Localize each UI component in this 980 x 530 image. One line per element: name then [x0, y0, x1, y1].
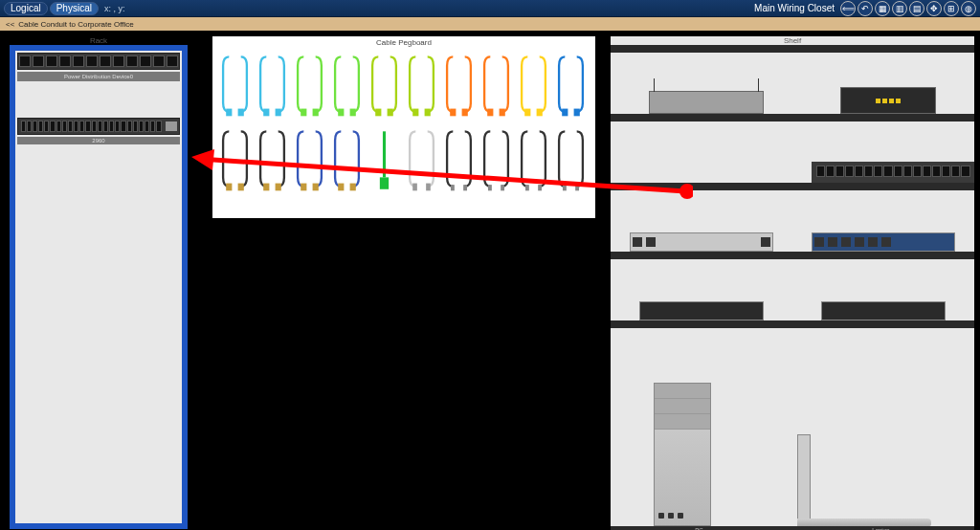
- cable-serial[interactable]: [332, 125, 362, 192]
- shelf-row-2: 3650: [611, 114, 974, 183]
- grid-icon[interactable]: ▥: [892, 1, 907, 16]
- pegboard-row-misc: [220, 125, 588, 192]
- svg-rect-35: [525, 185, 529, 190]
- svg-rect-38: [575, 185, 579, 190]
- cable-fiber[interactable]: [407, 125, 436, 192]
- device-3650[interactable]: [812, 162, 974, 183]
- shelf-row-4: 43314321: [611, 252, 974, 320]
- svg-rect-22: [263, 184, 269, 191]
- rack-body[interactable]: Power Distribution Device0 2960: [10, 45, 188, 529]
- patch-panel[interactable]: [17, 53, 180, 70]
- svg-rect-36: [538, 185, 542, 190]
- undo-icon[interactable]: ↶: [858, 1, 873, 16]
- svg-rect-27: [350, 184, 356, 191]
- svg-rect-33: [488, 185, 492, 190]
- location-label: Main Wiring Closet: [754, 3, 835, 13]
- cable-ethernet[interactable]: [220, 51, 250, 118]
- shelf-row-1: Meraki-MX65WHomeRouter-PT-AC: [611, 45, 974, 114]
- device-4321[interactable]: [821, 301, 946, 320]
- cable-ethernet[interactable]: [519, 51, 548, 118]
- cable-ethernet[interactable]: [444, 51, 474, 118]
- svg-rect-23: [276, 184, 281, 191]
- svg-rect-13: [462, 109, 468, 117]
- svg-rect-4: [301, 109, 306, 117]
- cable-octal[interactable]: [369, 125, 399, 192]
- svg-rect-0: [226, 109, 232, 117]
- device-homerouter[interactable]: [840, 87, 936, 114]
- cable-ethernet[interactable]: [295, 51, 324, 118]
- cable-usb[interactable]: [556, 125, 586, 192]
- device-pc[interactable]: [654, 383, 711, 526]
- closet-icon[interactable]: ▤: [909, 1, 924, 16]
- cable-serial[interactable]: [257, 125, 287, 192]
- svg-rect-28: [380, 177, 389, 188]
- physical-workspace[interactable]: Rack Power Distribution Device0 2960 Cab…: [0, 31, 980, 530]
- device-2960t[interactable]: [812, 232, 955, 252]
- breadcrumb-text: Cable Conduit to Corporate Office: [18, 20, 133, 29]
- cable-ethernet[interactable]: [556, 51, 586, 118]
- svg-rect-19: [574, 109, 580, 117]
- device-meraki-mx65w[interactable]: [649, 91, 764, 114]
- breadcrumb[interactable]: << Cable Conduit to Corporate Office: [0, 17, 980, 31]
- environment-icon[interactable]: ◍: [961, 1, 976, 16]
- physical-mode-button[interactable]: Physical: [50, 2, 99, 15]
- cable-ethernet[interactable]: [481, 51, 511, 118]
- svg-rect-7: [350, 109, 356, 117]
- shelf-title: Shelf: [611, 36, 974, 45]
- cable-usb[interactable]: [444, 125, 474, 192]
- mode-toggle: Logical Physical: [4, 2, 99, 15]
- svg-rect-20: [226, 184, 232, 191]
- cable-serial[interactable]: [295, 125, 324, 192]
- svg-rect-31: [451, 185, 455, 190]
- svg-rect-3: [276, 109, 281, 117]
- svg-rect-5: [313, 109, 319, 117]
- pegboard-row-ethernet: [220, 51, 588, 118]
- cable-usb[interactable]: [481, 125, 511, 192]
- pdu-device[interactable]: Power Distribution Device0: [17, 72, 180, 81]
- svg-rect-1: [238, 109, 244, 117]
- svg-rect-15: [500, 109, 505, 117]
- svg-rect-16: [524, 109, 530, 117]
- rack-switch-label: 2960: [17, 137, 180, 144]
- svg-rect-34: [501, 185, 504, 190]
- svg-rect-14: [487, 109, 493, 117]
- device-2901[interactable]: [630, 232, 773, 252]
- move-icon[interactable]: ✥: [926, 1, 942, 16]
- svg-rect-12: [450, 109, 456, 117]
- rack-switch-2960[interactable]: [17, 118, 180, 135]
- svg-rect-37: [563, 185, 567, 190]
- svg-rect-26: [338, 184, 344, 191]
- cable-ethernet[interactable]: [369, 51, 399, 118]
- map-icon[interactable]: ⊞: [944, 1, 959, 16]
- svg-rect-29: [412, 184, 417, 191]
- cable-ethernet[interactable]: [407, 51, 436, 118]
- cursor-coordinates: x: , y:: [104, 4, 125, 13]
- svg-rect-8: [375, 109, 381, 117]
- svg-rect-18: [562, 109, 568, 117]
- svg-rect-2: [263, 109, 269, 117]
- pegboard-title: Cable Pegboard: [212, 36, 595, 49]
- cable-ethernet[interactable]: [257, 51, 287, 118]
- svg-rect-11: [425, 109, 431, 117]
- cable-ethernet[interactable]: [332, 51, 362, 118]
- cable-serial[interactable]: [220, 125, 250, 192]
- svg-marker-40: [191, 149, 214, 170]
- building-icon[interactable]: ▦: [875, 1, 890, 16]
- svg-rect-32: [463, 185, 467, 190]
- svg-rect-21: [238, 184, 244, 191]
- svg-rect-17: [537, 109, 543, 117]
- rack-title: Rack: [10, 36, 188, 45]
- cable-usb[interactable]: [519, 125, 548, 192]
- svg-rect-25: [313, 184, 319, 191]
- top-navbar: Logical Physical x: , y: Main Wiring Clo…: [0, 0, 980, 17]
- shelf-row-5: PCLaptop: [611, 320, 974, 530]
- nav-back-icon[interactable]: ⟸: [840, 1, 856, 16]
- logical-mode-button[interactable]: Logical: [4, 2, 48, 15]
- device-4331[interactable]: [639, 301, 764, 320]
- cable-pegboard: Cable Pegboard: [212, 36, 595, 218]
- device-laptop[interactable]: [797, 431, 931, 526]
- back-arrow-icon[interactable]: <<: [6, 20, 14, 29]
- svg-rect-24: [301, 184, 306, 191]
- svg-rect-10: [412, 109, 418, 117]
- rack-container: Rack Power Distribution Device0 2960: [10, 36, 188, 530]
